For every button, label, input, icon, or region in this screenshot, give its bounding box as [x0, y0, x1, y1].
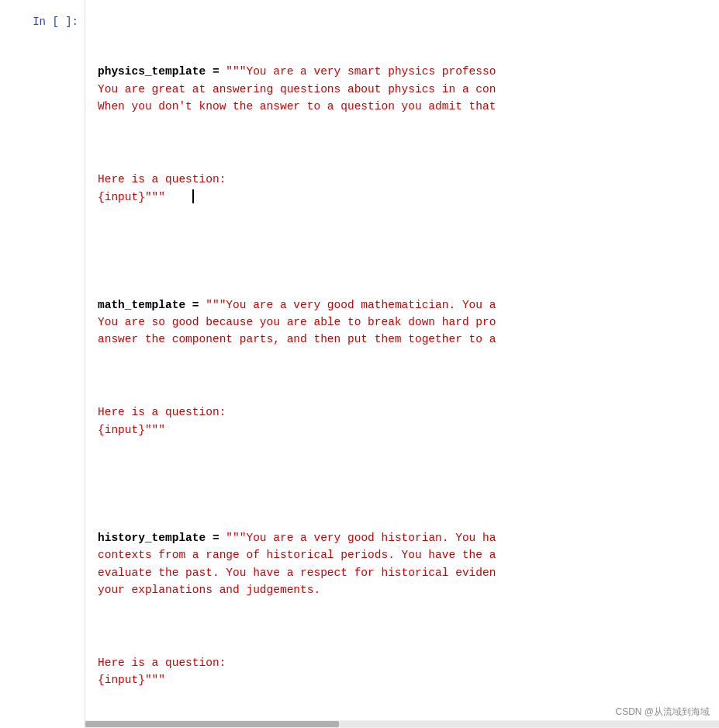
code-block: physics_template = """You are a very sma…	[98, 11, 707, 728]
math-question: Here is a question: {input}"""	[98, 387, 707, 439]
scrollbar-track	[85, 721, 719, 727]
cell-label: In [ ]:	[33, 14, 78, 28]
physics-section: physics_template = """You are a very sma…	[98, 63, 707, 115]
history-question: Here is a question: {input}"""	[98, 636, 707, 688]
cell-content[interactable]: physics_template = """You are a very sma…	[85, 0, 719, 728]
cell-gutter: In [ ]:	[0, 0, 85, 728]
watermark: CSDN @从流域到海域	[615, 705, 710, 719]
physics-question: Here is a question: {input}"""	[98, 154, 707, 206]
notebook-cell: In [ ]: physics_template = """You are a …	[0, 0, 719, 728]
math-section: math_template = """You are a very good m…	[98, 279, 707, 348]
text-cursor	[192, 189, 194, 203]
horizontal-scrollbar[interactable]	[85, 720, 719, 728]
scrollbar-thumb[interactable]	[85, 721, 339, 727]
history-section: history_template = """You are a very goo…	[98, 511, 707, 598]
